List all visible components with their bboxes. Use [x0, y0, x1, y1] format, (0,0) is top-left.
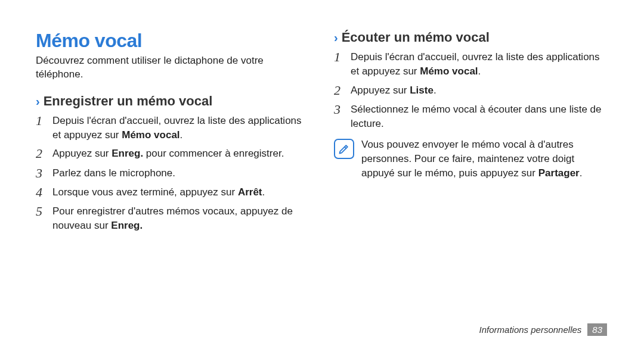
section-title: Mémo vocal: [36, 30, 310, 52]
step-item: 5Pour enregistrer d'autres mémos vocaux,…: [36, 204, 310, 233]
step-text: Depuis l'écran d'accueil, ouvrez la list…: [351, 50, 608, 79]
steps-listen: 1Depuis l'écran d'accueil, ouvrez la lis…: [334, 50, 608, 130]
note-text: Vous pouvez envoyer le mémo vocal à d'au…: [361, 138, 608, 180]
step-number: 1: [334, 50, 351, 64]
step-item: 2Appuyez sur Enreg. pour commencer à enr…: [36, 147, 310, 161]
step-number: 2: [36, 147, 52, 161]
step-text: Pour enregistrer d'autres mémos vocaux, …: [52, 204, 310, 233]
step-number: 1: [36, 114, 52, 128]
subheading-record: › Enregistrer un mémo vocal: [36, 94, 310, 109]
step-item: 3Sélectionnez le mémo vocal à écouter da…: [334, 102, 608, 131]
left-column: Mémo vocal Découvrez comment utiliser le…: [36, 30, 310, 238]
step-number: 5: [36, 204, 52, 219]
subheading-record-label: Enregistrer un mémo vocal: [44, 94, 213, 109]
step-item: 3Parlez dans le microphone.: [36, 166, 310, 180]
chevron-right-icon: ›: [334, 32, 338, 43]
step-item: 1Depuis l'écran d'accueil, ouvrez la lis…: [36, 114, 310, 142]
step-text: Depuis l'écran d'accueil, ouvrez la list…: [52, 114, 310, 142]
step-text: Lorsque vous avez terminé, appuyez sur A…: [52, 185, 310, 200]
steps-record: 1Depuis l'écran d'accueil, ouvrez la lis…: [36, 114, 310, 233]
intro-text: Découvrez comment utiliser le dictaphone…: [36, 54, 310, 82]
note-box: Vous pouvez envoyer le mémo vocal à d'au…: [334, 138, 608, 180]
manual-page: Mémo vocal Découvrez comment utiliser le…: [0, 0, 644, 349]
step-item: 1Depuis l'écran d'accueil, ouvrez la lis…: [334, 50, 608, 79]
footer-section-label: Informations personnelles: [479, 325, 582, 335]
right-column: › Écouter un mémo vocal 1Depuis l'écran …: [334, 30, 608, 238]
chevron-right-icon: ›: [36, 95, 40, 107]
step-number: 2: [334, 83, 351, 98]
subheading-listen-label: Écouter un mémo vocal: [342, 30, 490, 45]
page-number: 83: [587, 323, 607, 336]
note-icon: [334, 139, 354, 159]
step-text: Sélectionnez le mémo vocal à écouter dan…: [351, 102, 608, 131]
step-number: 4: [36, 185, 52, 200]
step-number: 3: [334, 102, 351, 117]
step-number: 3: [36, 166, 52, 180]
step-text: Appuyez sur Enreg. pour commencer à enre…: [52, 147, 310, 161]
page-footer: Informations personnelles 83: [479, 323, 607, 336]
step-text: Parlez dans le microphone.: [52, 166, 310, 180]
columns: Mémo vocal Découvrez comment utiliser le…: [36, 30, 608, 238]
step-text: Appuyez sur Liste.: [351, 83, 608, 98]
step-item: 4Lorsque vous avez terminé, appuyez sur …: [36, 185, 310, 200]
subheading-listen: › Écouter un mémo vocal: [334, 30, 608, 45]
step-item: 2Appuyez sur Liste.: [334, 83, 608, 98]
